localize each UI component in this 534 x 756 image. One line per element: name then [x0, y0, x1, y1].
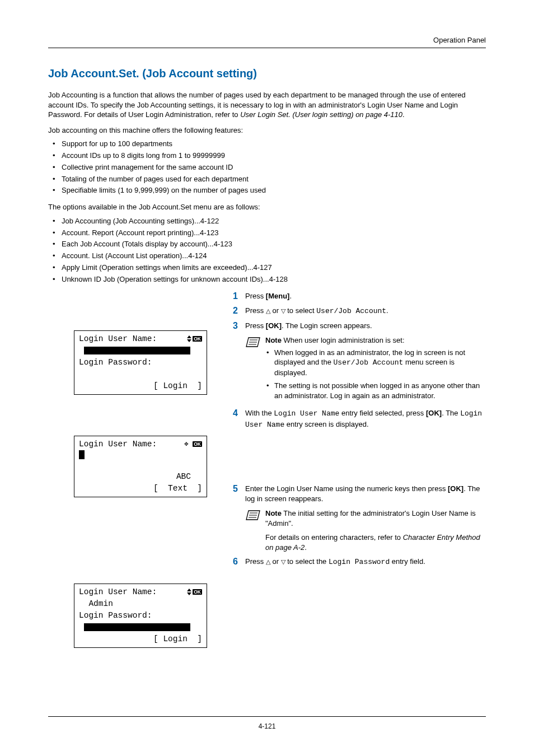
step-bold: [OK]: [426, 409, 442, 417]
lcd-icons: OK: [187, 335, 202, 342]
step-1: 1 Press [Menu].: [233, 291, 486, 301]
lcd-highlight: [79, 622, 190, 633]
lcd-label: Login Password:: [79, 357, 152, 368]
step-text: entry screen is displayed.: [284, 420, 368, 428]
step-number: 1: [233, 291, 245, 301]
step-text: Enter the Login User Name using the nume…: [245, 484, 448, 493]
lcd-label: Login User Name:: [79, 438, 157, 450]
step-text: . The: [442, 409, 460, 417]
updown-icon: [187, 589, 191, 595]
step-number: 4: [233, 408, 245, 418]
ok-icon: OK: [193, 441, 202, 447]
step-text: Press: [245, 292, 266, 300]
step-bold: [OK]: [448, 484, 463, 493]
running-header: Operation Panel: [48, 36, 486, 44]
lcd-highlight: [79, 345, 190, 357]
step-mono: User/Job Account: [316, 307, 386, 315]
features-list: Support for up to 100 departments Accoun…: [48, 138, 486, 197]
triangle-up-icon: △: [266, 558, 270, 566]
step-text: Press: [245, 557, 266, 566]
list-item: Account. Report (Account report printing…: [48, 227, 486, 239]
footer-rule: [48, 716, 486, 717]
lcd-softkey: [ Login ]: [153, 380, 202, 392]
step-text: to select the: [285, 557, 329, 566]
step-mono: Login User Name: [274, 409, 339, 418]
list-item: Support for up to 100 departments: [48, 138, 486, 150]
note-label: Note: [265, 509, 282, 517]
step-text: or: [270, 306, 281, 315]
list-item: Collective print management for the same…: [48, 162, 486, 174]
list-item: The setting is not possible when logged …: [265, 381, 486, 400]
lcd-label: Login User Name:: [79, 586, 157, 598]
note-text: .: [305, 543, 307, 552]
cursor-icon: [79, 450, 85, 459]
step-text: .: [289, 292, 292, 300]
list-item: Job Accounting (Job Accounting settings)…: [48, 216, 486, 227]
lcd-screen-entry: Login User Name: OK ABC [ Text ]: [74, 436, 207, 497]
step-bold: [Menu]: [266, 292, 290, 300]
intro-end: .: [402, 110, 405, 119]
step-3: 3 Press [OK]. The Login screen appears.: [233, 321, 486, 331]
note-icon: [245, 508, 261, 522]
step-text: entry field selected, press: [339, 409, 426, 417]
step-5: 5 Enter the Login User Name using the nu…: [233, 484, 486, 504]
page-footer: 4-121: [48, 716, 486, 730]
options-intro: The options available in the Job Account…: [48, 202, 486, 212]
header-rule: [48, 48, 486, 48]
list-item: Apply Limit (Operation settings when lim…: [48, 262, 486, 274]
lcd-softkey: [ Text ]: [153, 483, 202, 494]
lcd-label: Login Password:: [79, 610, 152, 622]
options-list: Job Accounting (Job Accounting settings)…: [48, 216, 486, 286]
triangle-down-icon: ▽: [281, 307, 285, 315]
lcd-screen-password: Login User Name: OK Admin Login Password…: [74, 584, 207, 648]
lcd-mode: ABC: [176, 471, 191, 483]
section-title: Job Account.Set. (Job Account setting): [48, 67, 486, 80]
fourway-icon: [185, 441, 191, 447]
step-text: Press: [245, 321, 266, 330]
note-label: Note: [265, 336, 282, 344]
step-bold: [OK]: [266, 321, 282, 330]
step-number: 6: [233, 557, 245, 567]
ok-icon: OK: [193, 336, 202, 342]
lcd-icons: OK: [185, 441, 202, 447]
step-number: 2: [233, 306, 245, 316]
step-text: . The Login screen appears.: [282, 321, 372, 330]
lcd-softkey: [ Login ]: [153, 633, 202, 645]
step-6: 6 Press △ or ▽ to select the Login Passw…: [233, 557, 486, 567]
step-text: entry field.: [390, 557, 425, 566]
ok-icon: OK: [193, 589, 202, 595]
step-text: to select: [285, 306, 317, 315]
features-intro: Job accounting on this machine offers th…: [48, 125, 486, 136]
note-icon: [245, 335, 261, 349]
updown-icon: [187, 335, 191, 342]
list-item: Account IDs up to 8 digits long from 1 t…: [48, 150, 486, 162]
intro-paragraph: Job Accounting is a function that allows…: [48, 90, 486, 120]
lcd-screen-login: Login User Name: OK Login Password: [ Lo…: [74, 330, 207, 395]
step-number: 5: [233, 484, 245, 494]
page-number: 4-121: [48, 722, 486, 730]
note-text: For details on entering characters, refe…: [265, 533, 403, 542]
step-text: With the: [245, 409, 274, 417]
note-text: The initial setting for the administrato…: [265, 509, 476, 528]
list-item: Unknown ID Job (Operation settings for u…: [48, 274, 486, 286]
lcd-value: Admin: [79, 598, 113, 610]
triangle-up-icon: △: [266, 307, 270, 315]
step-2: 2 Press △ or ▽ to select User/Job Accoun…: [233, 306, 486, 316]
step-4: 4 With the Login User Name entry field s…: [233, 408, 486, 430]
step-text: .: [386, 306, 388, 315]
step-mono: Login Password: [329, 558, 390, 566]
step-5-note: Note The initial setting for the adminis…: [233, 508, 486, 552]
step-number: 3: [233, 321, 245, 331]
lcd-label: Login User Name:: [79, 333, 157, 345]
list-item: Totaling of the number of pages used for…: [48, 174, 486, 185]
list-item: Specifiable limits (1 to 9,999,999) on t…: [48, 185, 486, 197]
intro-link: User Login Set. (User login setting) on …: [240, 110, 402, 119]
list-item: Each Job Account (Totals display by acco…: [48, 239, 486, 250]
list-item: When logged in as an administrator, the …: [265, 348, 486, 378]
step-text: Press: [245, 306, 266, 315]
note-text: When user login administration is set:: [282, 336, 405, 344]
step-text: or: [270, 557, 281, 566]
lcd-icons: OK: [187, 589, 202, 595]
step-3-note: Note When user login administration is s…: [233, 335, 486, 404]
triangle-down-icon: ▽: [281, 558, 285, 566]
